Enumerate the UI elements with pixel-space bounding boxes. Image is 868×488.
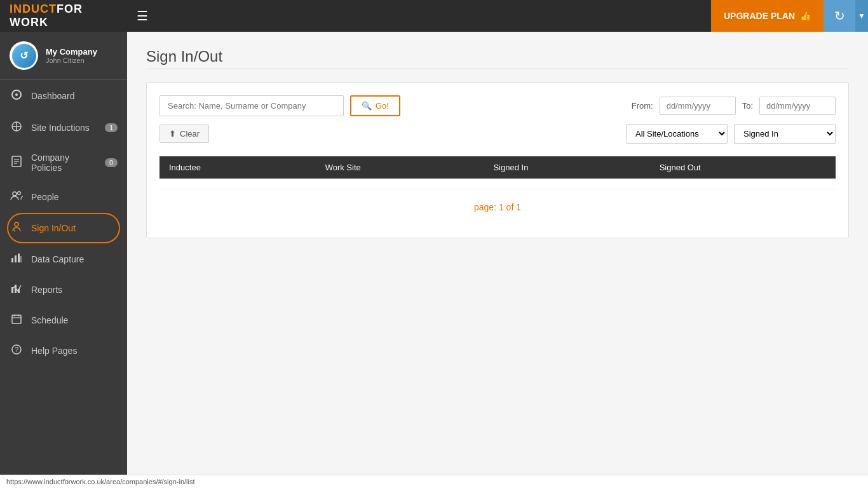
schedule-icon [10, 314, 24, 327]
topbar-left: INDUCTFOR WORK ☰ [0, 0, 158, 32]
sidebar-item-site-inductions-label: Site Inductions [31, 123, 90, 133]
filter-panel: 🔍 Go! From: To: ⬆ Clear [146, 82, 849, 238]
sidebar-item-help-pages[interactable]: ? Help Pages [0, 336, 127, 366]
search-input[interactable] [159, 95, 344, 116]
site-inductions-icon [10, 121, 24, 135]
table-row-empty [159, 179, 836, 189]
thumbs-up-icon: 👍 [800, 11, 811, 21]
sidebar-item-sign-in-out-label: Sign In/Out [31, 223, 76, 233]
sidebar: ↺ My Company John Citizen Dashboard Site… [0, 32, 127, 475]
sidebar-item-company-policies[interactable]: Company Policies 0 [0, 144, 127, 182]
topbar: INDUCTFOR WORK ☰ UPGRADE PLAN 👍 ↻ ▼ [0, 0, 868, 32]
svg-rect-20 [12, 315, 21, 323]
sidebar-item-people[interactable]: People [0, 182, 127, 212]
user-name: John Citizen [46, 57, 97, 64]
go-button[interactable]: 🔍 Go! [350, 95, 400, 116]
sidebar-item-schedule[interactable]: Schedule [0, 305, 127, 336]
help-pages-icon: ? [10, 344, 24, 357]
upgrade-plan-label: UPGRADE PLAN [724, 11, 795, 21]
sidebar-item-company-policies-label: Company Policies [31, 152, 97, 173]
upgrade-plan-button[interactable]: UPGRADE PLAN 👍 [711, 0, 824, 32]
svg-rect-15 [18, 254, 20, 262]
from-label: From: [632, 101, 653, 111]
site-inductions-badge: 1 [105, 123, 118, 132]
site-locations-select[interactable]: All Site/Locations Site 1 Site 2 [626, 124, 728, 144]
people-icon [10, 191, 24, 203]
hamburger-button[interactable]: ☰ [127, 0, 158, 32]
sidebar-item-site-inductions[interactable]: Site Inductions 1 [0, 112, 127, 144]
sidebar-item-data-capture-label: Data Capture [31, 254, 84, 264]
column-signed-out: Signed Out [650, 156, 836, 179]
svg-point-9 [13, 192, 17, 196]
to-date-input[interactable] [759, 97, 836, 115]
statusbar: https://www.inductforwork.co.uk/area/com… [0, 475, 868, 488]
refresh-dropdown-button[interactable]: ▼ [855, 0, 868, 32]
clear-label: Clear [180, 129, 200, 139]
user-company: My Company [46, 47, 97, 57]
filter-row2-right: All Site/Locations Site 1 Site 2 Signed … [626, 124, 836, 144]
svg-point-11 [15, 222, 18, 226]
user-section: ↺ My Company John Citizen [0, 32, 127, 80]
pagination: page: 1 of 1 [159, 189, 836, 225]
svg-text:?: ? [15, 346, 19, 353]
company-policies-icon [10, 156, 24, 170]
sidebar-item-dashboard[interactable]: Dashboard [0, 80, 127, 112]
sidebar-item-data-capture[interactable]: Data Capture [0, 244, 127, 274]
sidebar-item-sign-in-out[interactable]: Sign In/Out [0, 212, 127, 244]
from-date-input[interactable] [660, 97, 736, 115]
sidebar-item-help-pages-label: Help Pages [31, 346, 77, 356]
to-label: To: [742, 101, 753, 111]
logo: INDUCTFOR WORK [0, 0, 127, 32]
sidebar-item-reports-label: Reports [31, 285, 62, 295]
filter-row-1: 🔍 Go! From: To: [159, 95, 836, 116]
main-content: Sign In/Out 🔍 Go! From: To: ⬆ Cle [127, 32, 868, 475]
data-capture-icon [10, 253, 24, 266]
filter-row2-left: ⬆ Clear [159, 125, 209, 143]
company-policies-badge: 0 [105, 158, 118, 167]
svg-point-10 [18, 192, 21, 195]
svg-rect-14 [15, 255, 17, 262]
avatar-inner: ↺ [12, 44, 36, 68]
sidebar-item-reports[interactable]: Reports [0, 274, 127, 305]
sign-in-out-table: Inductee Work Site Signed In Signed Out [159, 156, 836, 189]
sidebar-item-dashboard-label: Dashboard [31, 91, 75, 101]
reports-icon [10, 283, 24, 296]
avatar: ↺ [10, 41, 38, 70]
table-header: Inductee Work Site Signed In Signed Out [159, 156, 836, 179]
refresh-button[interactable]: ↻ [824, 0, 855, 32]
column-signed-in: Signed In [484, 156, 649, 179]
filter-row-2: ⬆ Clear All Site/Locations Site 1 Site 2… [159, 124, 836, 144]
refresh-icon: ↻ [834, 8, 845, 24]
clear-button[interactable]: ⬆ Clear [159, 125, 209, 143]
avatar-icon: ↺ [20, 50, 28, 62]
status-select[interactable]: Signed In Signed Out All [734, 124, 836, 144]
table-header-row: Inductee Work Site Signed In Signed Out [159, 156, 836, 179]
table-body [159, 179, 836, 189]
main-layout: ↺ My Company John Citizen Dashboard Site… [0, 32, 868, 475]
upload-icon: ⬆ [169, 129, 176, 139]
search-icon: 🔍 [362, 101, 372, 111]
page-title: Sign In/Out [146, 48, 849, 65]
go-label: Go! [376, 101, 389, 111]
user-info: My Company John Citizen [46, 47, 97, 64]
svg-rect-16 [20, 256, 22, 262]
column-work-site: Work Site [316, 156, 484, 179]
dashboard-icon [10, 89, 24, 103]
topbar-right: UPGRADE PLAN 👍 ↻ ▼ [711, 0, 868, 32]
column-inductee: Inductee [159, 156, 316, 179]
sign-in-out-icon [10, 221, 24, 235]
sidebar-item-schedule-label: Schedule [31, 315, 68, 325]
svg-line-12 [14, 230, 15, 231]
statusbar-url: https://www.inductforwork.co.uk/area/com… [6, 478, 195, 485]
svg-rect-13 [11, 258, 13, 262]
sidebar-item-people-label: People [31, 192, 59, 202]
chevron-down-icon: ▼ [858, 11, 865, 20]
svg-point-1 [15, 93, 18, 96]
logo-text: INDUCTFOR WORK [10, 3, 118, 29]
page-divider [146, 69, 849, 69]
